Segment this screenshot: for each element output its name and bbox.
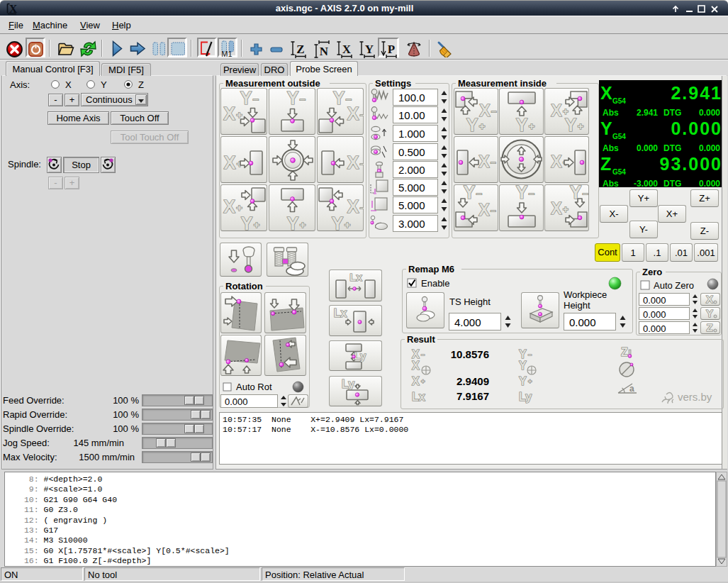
svg-text:X: X — [347, 196, 359, 216]
svg-text:Y: Y — [240, 88, 252, 108]
svg-text:Z: Z — [296, 43, 304, 56]
svg-text:+: + — [345, 218, 351, 231]
svg-text:–: – — [253, 93, 259, 105]
svg-text:–: – — [491, 106, 497, 117]
svg-text:–: – — [360, 201, 364, 213]
svg-text:Y: Y — [365, 43, 374, 56]
svg-text:–: – — [476, 187, 483, 199]
svg-text:Y: Y — [516, 184, 528, 202]
svg-text:Z: Z — [706, 321, 712, 333]
svg-text:Y: Y — [287, 213, 299, 231]
svg-text:X: X — [412, 360, 420, 372]
svg-text:+: + — [236, 201, 242, 213]
svg-text:X: X — [412, 376, 420, 387]
svg-text:–: – — [360, 109, 364, 121]
svg-text:Y: Y — [519, 376, 527, 387]
svg-text:X: X — [224, 152, 236, 172]
svg-text:+: + — [529, 120, 535, 132]
svg-text:–: – — [300, 93, 306, 105]
svg-text:–: – — [491, 157, 496, 168]
svg-text:X: X — [479, 101, 491, 120]
svg-text:Ly: Ly — [342, 378, 354, 390]
svg-text:a: a — [629, 384, 634, 394]
svg-text:Y: Y — [332, 213, 344, 231]
svg-text:+: + — [578, 120, 584, 132]
svg-text:+: + — [236, 109, 242, 121]
svg-text:Y: Y — [565, 115, 577, 135]
svg-text:–: – — [583, 187, 589, 199]
svg-text:Y: Y — [287, 88, 299, 108]
svg-text:–: – — [360, 157, 364, 170]
svg-text:Y: Y — [706, 307, 713, 319]
svg-text:–: – — [346, 93, 352, 105]
svg-text:M1: M1 — [221, 50, 232, 58]
svg-text:N: N — [320, 45, 329, 58]
svg-text:X: X — [478, 152, 490, 171]
svg-text:+: + — [300, 218, 306, 231]
svg-text:Y: Y — [241, 213, 253, 231]
svg-text:Y: Y — [466, 115, 478, 135]
svg-text:–: – — [529, 187, 535, 199]
svg-text:–: – — [421, 350, 425, 358]
svg-text:P: P — [388, 43, 395, 56]
svg-text:Ly: Ly — [519, 391, 532, 403]
svg-text:Y: Y — [519, 349, 527, 360]
svg-text:–: – — [491, 205, 496, 216]
svg-text:vers.by: vers.by — [678, 391, 712, 403]
svg-text:X: X — [342, 43, 352, 56]
svg-text:Ly: Ly — [354, 350, 367, 362]
svg-text:Z: Z — [621, 346, 628, 358]
svg-text:+: + — [421, 377, 425, 385]
svg-text:X: X — [706, 293, 713, 305]
svg-text:+: + — [479, 120, 486, 132]
svg-text:+: + — [528, 377, 532, 385]
svg-text:X: X — [551, 152, 562, 171]
svg-text:X: X — [412, 349, 420, 360]
svg-text:X: X — [223, 104, 235, 123]
svg-text:–: – — [528, 350, 532, 358]
svg-text:Lx: Lx — [412, 391, 425, 403]
svg-text:Y: Y — [333, 88, 345, 108]
svg-text:X: X — [551, 101, 562, 120]
svg-text:Lx: Lx — [349, 271, 362, 283]
svg-text:X: X — [347, 104, 359, 123]
svg-text:X: X — [223, 196, 235, 216]
svg-text:X: X — [551, 199, 562, 218]
svg-text:X: X — [478, 201, 490, 219]
svg-text:Y: Y — [516, 115, 528, 135]
svg-text:Y: Y — [519, 360, 527, 372]
svg-text:+: + — [254, 218, 260, 231]
svg-text:Lx: Lx — [334, 307, 347, 319]
svg-text:X: X — [347, 152, 359, 172]
svg-text:+: + — [563, 204, 569, 215]
